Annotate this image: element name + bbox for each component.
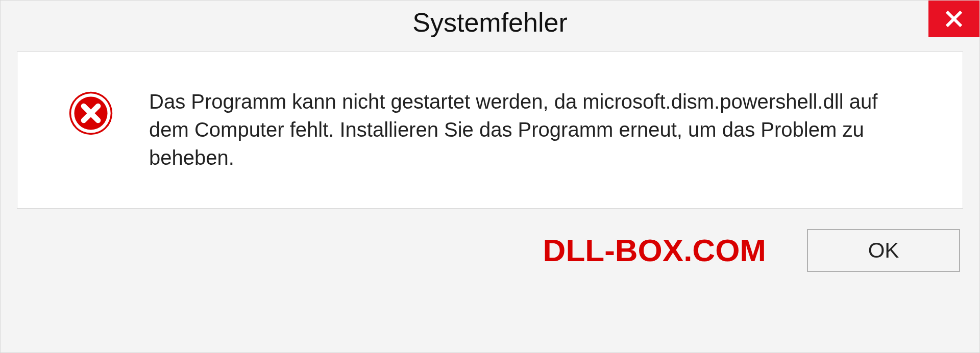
dialog-footer: DLL-BOX.COM OK	[1, 209, 979, 272]
dialog-titlebar: Systemfehler	[1, 1, 979, 44]
close-button[interactable]	[928, 1, 979, 37]
dialog-message: Das Programm kann nicht gestartet werden…	[149, 88, 906, 172]
dialog-title: Systemfehler	[412, 7, 567, 38]
dialog-content: Das Programm kann nicht gestartet werden…	[17, 52, 963, 209]
ok-button[interactable]: OK	[807, 229, 960, 272]
close-icon	[945, 10, 963, 28]
error-icon	[68, 91, 113, 136]
watermark-text: DLL-BOX.COM	[543, 232, 766, 268]
error-dialog: Systemfehler Das Programm kann nicht ges…	[0, 0, 980, 353]
